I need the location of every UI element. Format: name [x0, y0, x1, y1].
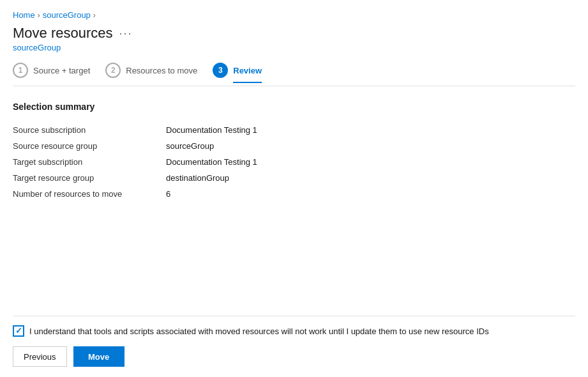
wizard-step-3[interactable]: 3 Review: [213, 63, 262, 78]
step-3-label: Review: [233, 66, 262, 83]
table-row: Target resource groupdestinationGroup: [13, 170, 575, 186]
move-button[interactable]: Move: [73, 346, 124, 367]
summary-value: Documentation Testing 1: [166, 154, 575, 170]
breadcrumb: Home › sourceGroup ›: [13, 10, 575, 20]
summary-value: destinationGroup: [166, 170, 575, 186]
step-2-label: Resources to move: [126, 66, 197, 75]
acknowledgment-row: ✓ I understand that tools and scripts as…: [13, 325, 575, 337]
page-title: Move resources: [13, 25, 113, 42]
table-row: Source resource groupsourceGroup: [13, 138, 575, 154]
bottom-bar: ✓ I understand that tools and scripts as…: [13, 316, 575, 377]
summary-label: Number of resources to move: [13, 186, 166, 202]
wizard-step-2[interactable]: 2 Resources to move: [105, 63, 197, 78]
selection-summary-section: Selection summary Source subscriptionDoc…: [13, 102, 575, 215]
summary-value: sourceGroup: [166, 138, 575, 154]
checkbox-check-icon: ✓: [15, 327, 22, 335]
summary-label: Target resource group: [13, 170, 166, 186]
summary-label: Source resource group: [13, 138, 166, 154]
acknowledgment-checkbox[interactable]: ✓: [13, 325, 24, 337]
step-1-circle: 1: [13, 63, 28, 78]
more-options-button[interactable]: ···: [119, 27, 133, 40]
table-row: Number of resources to move6: [13, 186, 575, 202]
wizard-step-1[interactable]: 1 Source + target: [13, 63, 90, 78]
page-header: Move resources ···: [13, 25, 575, 42]
step-2-circle: 2: [105, 63, 121, 78]
buttons-row: Previous Move: [13, 346, 575, 367]
summary-label: Source subscription: [13, 122, 166, 138]
summary-value: Documentation Testing 1: [166, 122, 575, 138]
summary-table: Source subscriptionDocumentation Testing…: [13, 122, 575, 202]
breadcrumb-home[interactable]: Home: [13, 10, 35, 20]
summary-value: 6: [166, 186, 575, 202]
acknowledgment-text: I understand that tools and scripts asso…: [29, 325, 489, 337]
table-row: Target subscriptionDocumentation Testing…: [13, 154, 575, 170]
summary-label: Target subscription: [13, 154, 166, 170]
section-title: Selection summary: [13, 102, 575, 112]
breadcrumb-sep2: ›: [93, 11, 96, 20]
breadcrumb-group[interactable]: sourceGroup: [43, 10, 91, 20]
previous-button[interactable]: Previous: [13, 346, 67, 367]
table-row: Source subscriptionDocumentation Testing…: [13, 122, 575, 138]
breadcrumb-sep1: ›: [38, 11, 40, 20]
wizard-steps: 1 Source + target 2 Resources to move 3 …: [13, 63, 575, 86]
step-3-circle: 3: [213, 63, 228, 78]
source-group-link[interactable]: sourceGroup: [13, 43, 575, 52]
step-1-label: Source + target: [33, 66, 90, 75]
